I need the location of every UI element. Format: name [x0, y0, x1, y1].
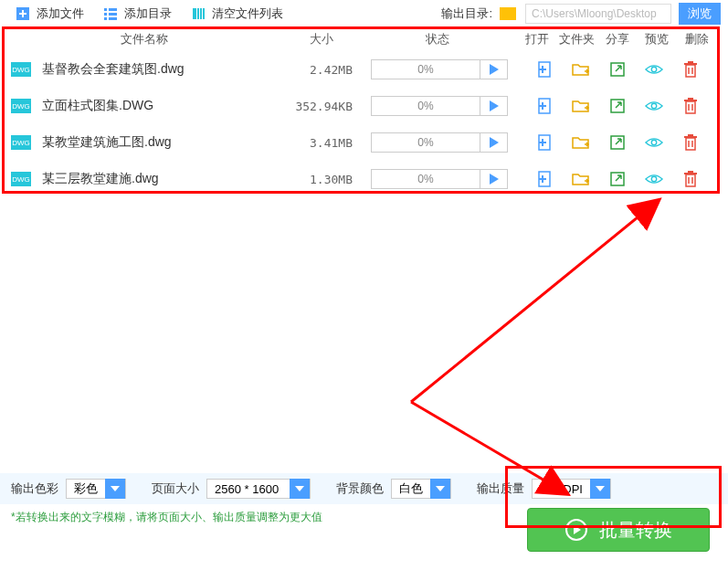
svg-point-17 [651, 67, 656, 71]
svg-rect-50 [688, 171, 693, 173]
svg-rect-9 [193, 8, 196, 19]
delete-trash-icon[interactable] [681, 60, 700, 79]
svg-point-37 [651, 140, 656, 144]
progress-bar: 0% [371, 169, 480, 189]
header-size: 大小 [278, 31, 366, 48]
header-name: 文件名称 [11, 31, 278, 48]
add-dir-button[interactable]: 添加目录 [95, 3, 179, 25]
table-row: DWG 立面柱式图集.DWG 352.94KB 0% [0, 88, 728, 124]
progress-bar: 0% [371, 132, 480, 153]
svg-rect-29 [684, 100, 697, 101]
chevron-down-icon [590, 479, 610, 499]
svg-rect-25 [539, 105, 546, 107]
folder-icon [500, 7, 516, 20]
file-size: 2.42MB [280, 63, 371, 77]
header-open: 打开 [517, 31, 557, 48]
clear-list-button[interactable]: 清空文件列表 [183, 3, 290, 25]
svg-line-53 [411, 201, 658, 402]
open-folder-icon[interactable] [572, 60, 590, 79]
preview-eye-icon[interactable] [645, 60, 663, 79]
header-share: 分享 [597, 31, 638, 48]
open-folder-icon[interactable] [572, 97, 590, 115]
svg-rect-8 [109, 17, 117, 20]
delete-trash-icon[interactable] [681, 133, 700, 152]
svg-rect-28 [686, 101, 695, 113]
header-delete: 删除 [677, 31, 717, 48]
svg-rect-48 [686, 174, 695, 186]
open-file-icon[interactable] [535, 170, 554, 188]
dwg-badge: DWG [11, 99, 31, 113]
preview-eye-icon[interactable] [645, 170, 663, 188]
svg-rect-7 [104, 17, 107, 20]
file-name: 某教堂建筑施工图.dwg [42, 134, 280, 151]
file-name: 某三层教堂建施.dwg [42, 171, 280, 187]
toolbar: 添加文件 添加目录 清空文件列表 输出目录: C:\Users\Mloong\D… [0, 0, 728, 27]
delete-trash-icon[interactable] [681, 170, 700, 188]
table-row: DWG 某教堂建筑施工图.dwg 3.41MB 0% [0, 124, 728, 161]
page-size-select[interactable]: 2560 * 1600 [206, 479, 311, 499]
chevron-down-icon [290, 479, 310, 499]
open-file-icon[interactable] [535, 133, 554, 152]
page-label: 页面大小 [152, 480, 199, 497]
header-folder: 文件夹 [557, 31, 597, 48]
file-name: 立面柱式图集.DWG [42, 98, 280, 114]
preview-eye-icon[interactable] [645, 97, 663, 115]
start-button[interactable] [480, 96, 508, 116]
color-select[interactable]: 彩色 [66, 479, 126, 499]
share-icon[interactable] [608, 133, 627, 152]
start-button[interactable] [480, 169, 508, 189]
annotation-arrows [347, 146, 712, 512]
share-icon[interactable] [608, 170, 627, 188]
svg-rect-39 [684, 136, 697, 138]
svg-rect-18 [686, 65, 695, 77]
clear-icon [190, 5, 206, 22]
svg-rect-11 [200, 8, 202, 19]
open-folder-icon[interactable] [572, 133, 590, 152]
footer: *若转换出来的文字模糊，请将页面大小、输出质量调整为更大值 批量转换 [0, 504, 728, 570]
svg-rect-5 [104, 13, 107, 16]
bg-label: 背景颜色 [336, 480, 384, 497]
svg-rect-10 [197, 8, 199, 19]
progress-bar: 0% [371, 96, 480, 116]
preview-eye-icon[interactable] [645, 133, 663, 152]
add-file-icon [15, 5, 31, 22]
svg-rect-15 [539, 69, 546, 70]
clear-list-label: 清空文件列表 [212, 5, 283, 22]
browse-button[interactable]: 浏览 [679, 3, 721, 25]
chevron-down-icon [430, 479, 450, 499]
file-name: 基督教会全套建筑图.dwg [42, 61, 280, 78]
open-file-icon[interactable] [535, 97, 554, 115]
svg-rect-6 [109, 13, 117, 16]
svg-point-27 [651, 103, 656, 108]
file-size: 1.30MB [280, 173, 371, 186]
file-list: DWG 基督教会全套建筑图.dwg 2.42MB 0% DWG 立面柱式图集.D… [0, 51, 728, 197]
progress-bar: 0% [371, 59, 480, 79]
share-icon[interactable] [608, 97, 627, 115]
table-header: 文件名称 大小 状态 打开 文件夹 分享 预览 删除 [0, 27, 728, 51]
output-path-field[interactable]: C:\Users\Mloong\Desktop [525, 4, 671, 24]
open-folder-icon[interactable] [572, 170, 590, 188]
play-circle-icon [564, 518, 588, 542]
dwg-badge: DWG [11, 172, 31, 186]
dwg-badge: DWG [11, 135, 31, 150]
file-size: 352.94KB [280, 100, 371, 113]
svg-rect-12 [203, 8, 205, 19]
table-row: DWG 某三层教堂建施.dwg 1.30MB 0% [0, 161, 728, 197]
delete-trash-icon[interactable] [681, 97, 700, 115]
file-size: 3.41MB [280, 136, 371, 150]
start-button[interactable] [480, 132, 508, 153]
svg-rect-45 [539, 178, 546, 180]
open-file-icon[interactable] [535, 60, 554, 79]
batch-convert-button[interactable]: 批量转换 [527, 508, 710, 552]
share-icon[interactable] [608, 60, 627, 79]
svg-rect-3 [104, 8, 107, 11]
header-preview: 预览 [637, 31, 677, 48]
color-label: 输出色彩 [11, 480, 58, 497]
add-file-button[interactable]: 添加文件 [7, 3, 91, 25]
quality-select[interactable]: 600 DPI [532, 479, 611, 499]
bg-color-select[interactable]: 白色 [391, 479, 451, 499]
start-button[interactable] [480, 59, 508, 79]
output-dir-label: 输出目录: [441, 5, 492, 22]
quality-label: 输出质量 [477, 480, 524, 497]
header-status: 状态 [366, 31, 509, 48]
